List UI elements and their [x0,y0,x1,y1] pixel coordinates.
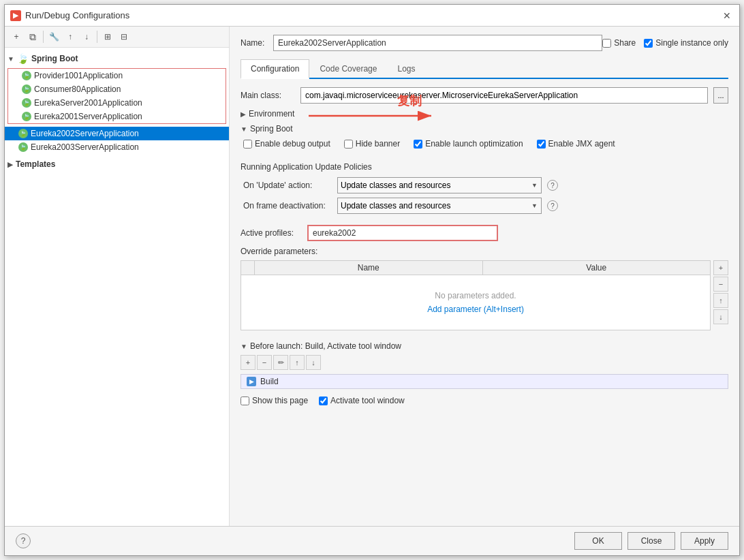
springboot-group-icon: 🍃 [17,53,29,64]
scroll-down-button[interactable]: ↓ [713,309,728,324]
tab-coverage[interactable]: Code Coverage [309,59,387,79]
main-class-browse-button[interactable]: ... [713,87,728,104]
launch-add-button[interactable]: + [241,355,255,370]
active-profiles-row: Active profiles: [241,225,728,241]
tab-logs[interactable]: Logs [387,59,425,79]
dialog-icon: ▶ [10,10,21,21]
spring-leaf-icon-2: 🍃 [22,84,31,94]
edit-config-button[interactable]: 🔧 [46,29,61,44]
tree-group-templates[interactable]: ▶ Templates [5,157,229,172]
enable-debug-checkbox[interactable] [243,140,252,149]
update-action-label: On 'Update' action: [243,181,332,190]
tree-item-eureka2003[interactable]: 🍃 Eureka2003ServerApplication [5,140,229,154]
close-window-button[interactable]: ✕ [720,9,734,22]
remove-param-button[interactable]: − [713,277,728,292]
springboot-group-label: Spring Boot [31,54,78,63]
tree-item-label-2: Consumer80Application [34,84,121,94]
footer-left: ? [16,533,31,548]
params-table-header: Name Value [241,261,710,275]
update-policies-header: Running Application Update Policies [241,162,728,172]
frame-deactivation-select[interactable]: Update classes and resources Do nothing … [337,198,542,214]
launch-up-button[interactable]: ↑ [290,355,305,370]
launch-edit-button[interactable]: ✏ [273,355,288,370]
spring-boot-header[interactable]: ▼ Spring Boot [241,124,728,134]
enable-launch-checkbox[interactable] [414,140,422,149]
tree-item-label-4: Eureka2001ServerApplication [34,112,142,121]
update-action-help[interactable]: ? [547,180,558,191]
apply-button[interactable]: Apply [681,532,728,550]
update-action-select[interactable]: Update classes and resources Do nothing … [337,177,542,193]
name-row: Name: [241,35,602,51]
left-toolbar: + ⧉ 🔧 ↑ ↓ ⊞ ⊟ [5,27,229,48]
tree-group-springboot[interactable]: ▼ 🍃 Spring Boot [5,50,229,67]
ok-button[interactable]: OK [574,532,622,550]
env-arrow: ▶ [241,110,246,118]
title-bar: ▶ Run/Debug Configurations ✕ [5,5,739,27]
before-launch-header[interactable]: ▼ Before launch: Build, Activate tool wi… [241,341,728,351]
enable-jmx-checkbox[interactable] [537,140,546,149]
tree-item-label-6: Eureka2003ServerApplication [31,142,139,152]
name-col-header: Name [255,261,483,275]
tree-item-eureka2001[interactable]: 🍃 Eureka2001ServerApplication [8,110,226,123]
tree-item-eureka2002[interactable]: 🍃 Eureka2002ServerApplication [5,127,229,140]
frame-deactivation-row: On frame deactivation: Update classes an… [241,198,728,214]
share-checkbox[interactable] [602,39,611,48]
activate-window-checkbox[interactable] [319,396,328,405]
show-page-label[interactable]: Show this page [241,396,308,405]
single-instance-label[interactable]: Single instance only [644,38,728,48]
enable-launch-label[interactable]: Enable launch optimization [414,139,523,149]
right-panel: Name: Share Single instance only Confi [230,27,739,526]
share-checkbox-label[interactable]: Share [602,38,636,48]
tree-item-consumer[interactable]: 🍃 Consumer80Application [8,82,226,96]
sort-button[interactable]: ⊞ [100,29,115,44]
launch-toolbar: + − ✏ ↑ ↓ [241,355,728,370]
no-params-text: No parameters added. [435,291,516,300]
launch-remove-button[interactable]: − [257,355,272,370]
params-sidebar: + − ↑ ↓ [713,260,728,337]
enable-jmx-label[interactable]: Enable JMX agent [537,139,615,149]
profiles-input[interactable] [307,225,498,241]
springboot-arrow: ▼ [241,125,247,133]
config-tabs: Configuration Code Coverage Logs [241,59,728,79]
spring-boot-label: Spring Boot [250,124,293,134]
before-launch-label: Before launch: Build, Activate tool wind… [250,341,401,351]
title-bar-left: ▶ Run/Debug Configurations [10,10,129,21]
dialog-footer: ? OK Close Apply [5,526,739,555]
dialog-title: Run/Debug Configurations [25,10,129,20]
tree-item-provider[interactable]: 🍃 Provider1001Application [8,69,226,82]
config-tree: ▼ 🍃 Spring Boot 🍃 Provider1001Applicatio… [5,48,229,526]
show-page-checkbox[interactable] [241,396,249,405]
before-launch-section: ▼ Before launch: Build, Activate tool wi… [241,341,728,390]
main-class-input[interactable] [300,87,708,104]
templates-arrow: ▶ [7,161,13,168]
spring-leaf-icon-6: 🍃 [18,142,28,152]
move-down-button[interactable]: ↓ [79,29,94,44]
environment-header[interactable]: ▶ Environment [241,109,728,119]
launch-down-button[interactable]: ↓ [306,355,321,370]
close-button[interactable]: Close [627,532,675,550]
hide-banner-checkbox[interactable] [344,140,353,149]
tree-item-eurekaserver2001[interactable]: 🍃 EurekaServer2001Application [8,96,226,110]
selected-group-box: 🍃 Provider1001Application 🍃 Consumer80Ap… [7,68,226,124]
add-param-button[interactable]: + [713,260,728,275]
tab-configuration[interactable]: Configuration [241,59,309,79]
add-config-button[interactable]: + [9,29,24,44]
params-table-container: Name Value No parameters added. Add para… [241,260,728,337]
move-up-button[interactable]: ↑ [63,29,78,44]
activate-window-label[interactable]: Activate tool window [319,396,405,405]
single-instance-checkbox[interactable] [644,39,653,48]
frame-deactivation-select-wrapper: Update classes and resources Do nothing … [337,198,542,214]
override-label: Override parameters: [241,247,728,256]
extra-button[interactable]: ⊟ [117,29,131,44]
frame-deactivation-help[interactable]: ? [547,200,558,211]
run-debug-dialog: ▶ Run/Debug Configurations ✕ + ⧉ 🔧 ↑ ↓ ⊞… [4,4,740,556]
enable-debug-label[interactable]: Enable debug output [243,139,330,149]
help-button[interactable]: ? [16,533,31,548]
scroll-up-button[interactable]: ↑ [713,293,728,308]
copy-config-button[interactable]: ⧉ [25,29,40,44]
hide-banner-label[interactable]: Hide banner [344,139,400,149]
value-col-header: Value [483,261,711,275]
spring-leaf-icon-5: 🍃 [18,129,28,138]
add-param-link[interactable]: Add parameter (Alt+Insert) [427,305,524,314]
name-input[interactable] [273,35,602,51]
